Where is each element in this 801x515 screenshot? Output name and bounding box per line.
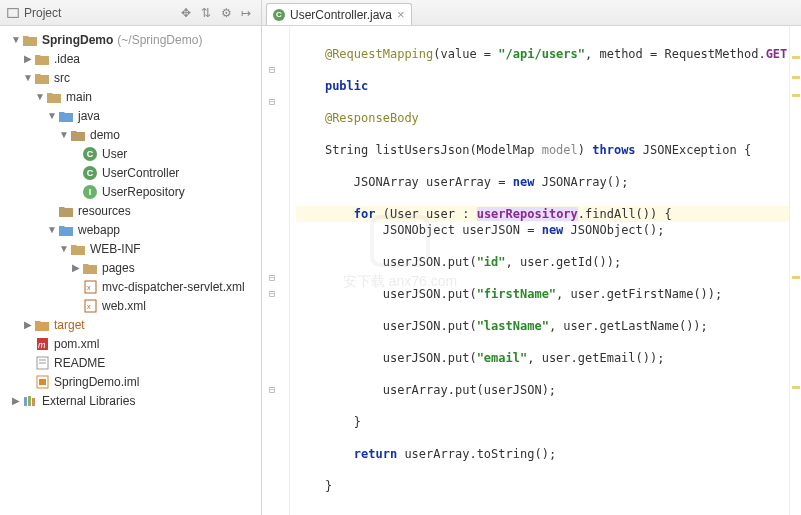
- tree-java[interactable]: ▼java: [2, 106, 261, 125]
- tree-root[interactable]: ▼SpringDemo(~/SpringDemo): [2, 30, 261, 49]
- tree-main[interactable]: ▼main: [2, 87, 261, 106]
- project-tree[interactable]: ▼SpringDemo(~/SpringDemo) ▶.idea ▼src ▼m…: [0, 26, 261, 515]
- project-tool-header[interactable]: Project ✥ ⇅ ⚙ ↦: [0, 0, 261, 26]
- split-icon[interactable]: ⇅: [197, 4, 215, 22]
- project-icon: [6, 6, 20, 20]
- xml-icon: x: [84, 299, 97, 313]
- svg-rect-0: [8, 8, 19, 17]
- warning-mark[interactable]: [792, 386, 800, 389]
- collapse-icon[interactable]: ↦: [237, 4, 255, 22]
- tree-webinf[interactable]: ▼WEB-INF: [2, 239, 261, 258]
- gutter[interactable]: ⊟ ⊟ ⊟ ⊟ ⊟: [262, 26, 290, 515]
- fold-icon[interactable]: ⊟: [269, 94, 275, 110]
- iml-icon: [36, 375, 49, 389]
- svg-rect-12: [24, 397, 27, 406]
- warning-mark[interactable]: [792, 56, 800, 59]
- tree-web-xml[interactable]: xweb.xml: [2, 296, 261, 315]
- text-icon: [36, 356, 49, 370]
- tree-user[interactable]: CUser: [2, 144, 261, 163]
- tree-pages[interactable]: ▶pages: [2, 258, 261, 277]
- svg-rect-14: [32, 398, 35, 406]
- tree-usercontroller[interactable]: CUserController: [2, 163, 261, 182]
- xml-icon: x: [84, 280, 97, 294]
- warning-mark[interactable]: [792, 94, 800, 97]
- tree-idea[interactable]: ▶.idea: [2, 49, 261, 68]
- fold-icon[interactable]: ⊟: [269, 286, 275, 302]
- tree-src[interactable]: ▼src: [2, 68, 261, 87]
- tab-usercontroller[interactable]: C UserController.java ×: [266, 3, 412, 25]
- class-icon: C: [273, 9, 285, 21]
- fold-icon[interactable]: ⊟: [269, 270, 275, 286]
- tree-iml[interactable]: SpringDemo.iml: [2, 372, 261, 391]
- svg-rect-13: [28, 396, 31, 406]
- fold-icon[interactable]: ⊟: [269, 62, 275, 78]
- close-icon[interactable]: ×: [397, 7, 405, 22]
- code-editor[interactable]: ⊟ ⊟ ⊟ ⊟ ⊟ @RequestMapping(value = "/api/…: [262, 26, 801, 515]
- svg-text:m: m: [38, 340, 46, 350]
- tree-readme[interactable]: README: [2, 353, 261, 372]
- tree-mvc-xml[interactable]: xmvc-dispatcher-servlet.xml: [2, 277, 261, 296]
- locate-icon[interactable]: ✥: [177, 4, 195, 22]
- tree-resources[interactable]: resources: [2, 201, 261, 220]
- library-icon: [23, 395, 37, 407]
- warning-mark[interactable]: [792, 76, 800, 79]
- gear-icon[interactable]: ⚙: [217, 4, 235, 22]
- maven-icon: m: [36, 337, 49, 351]
- class-icon: C: [83, 147, 97, 161]
- tree-userrepository[interactable]: IUserRepository: [2, 182, 261, 201]
- svg-text:x: x: [87, 303, 91, 310]
- svg-text:x: x: [87, 284, 91, 291]
- tree-pom[interactable]: mpom.xml: [2, 334, 261, 353]
- fold-icon[interactable]: ⊟: [269, 382, 275, 398]
- project-title: Project: [24, 6, 61, 20]
- svg-rect-11: [39, 379, 46, 385]
- tab-label: UserController.java: [290, 8, 392, 22]
- warning-mark[interactable]: [792, 276, 800, 279]
- code-content[interactable]: @RequestMapping(value = "/api/users", me…: [290, 26, 789, 515]
- tree-webapp[interactable]: ▼webapp: [2, 220, 261, 239]
- tree-external[interactable]: ▶External Libraries: [2, 391, 261, 410]
- class-icon: C: [83, 166, 97, 180]
- interface-icon: I: [83, 185, 97, 199]
- tree-demo[interactable]: ▼demo: [2, 125, 261, 144]
- tree-target[interactable]: ▶target: [2, 315, 261, 334]
- error-stripe[interactable]: [789, 26, 801, 515]
